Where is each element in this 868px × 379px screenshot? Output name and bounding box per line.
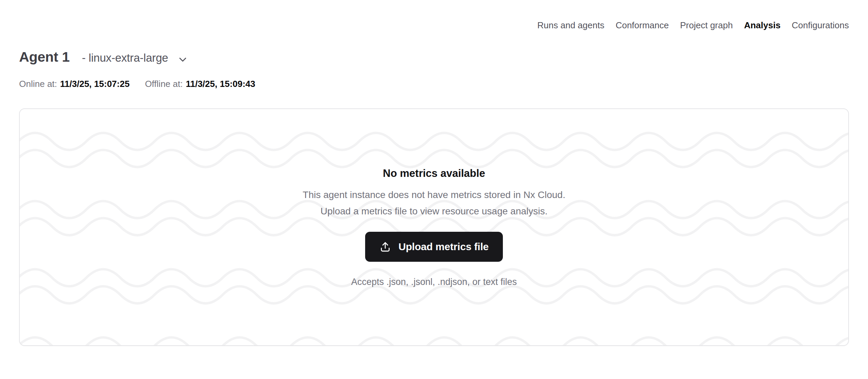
online-at-value: 11/3/25, 15:07:25 — [60, 78, 130, 89]
empty-state-title: No metrics available — [383, 167, 485, 180]
agent-machine-label: - linux-extra-large — [82, 51, 168, 64]
agent-timestamps: Online at: 11/3/25, 15:07:25 Offline at:… — [19, 78, 849, 89]
nav-item-configurations[interactable]: Configurations — [792, 20, 849, 31]
online-at-label: Online at: — [19, 78, 57, 89]
nav-item-project-graph[interactable]: Project graph — [680, 20, 733, 31]
page-title: Agent 1 — [19, 48, 70, 65]
empty-state-description: This agent instance does not have metric… — [303, 187, 565, 219]
metrics-card: No metrics available This agent instance… — [19, 108, 849, 346]
top-nav: Runs and agents Conformance Project grap… — [19, 0, 849, 31]
offline-at: Offline at: 11/3/25, 15:09:43 — [145, 78, 255, 89]
accepted-file-types-hint: Accepts .json, .jsonl, .ndjson, or text … — [351, 276, 517, 288]
chevron-down-icon — [177, 54, 189, 65]
upload-metrics-button[interactable]: Upload metrics file — [365, 232, 503, 262]
nav-item-runs-and-agents[interactable]: Runs and agents — [537, 20, 604, 31]
empty-state-line1: This agent instance does not have metric… — [303, 190, 565, 200]
agent-header: Agent 1 - linux-extra-large — [19, 48, 849, 65]
nav-item-conformance[interactable]: Conformance — [616, 20, 669, 31]
agent-selector-toggle[interactable] — [177, 54, 189, 65]
upload-icon — [379, 241, 391, 253]
agent-analysis-page: Runs and agents Conformance Project grap… — [0, 0, 868, 379]
empty-state-line2: Upload a metrics file to view resource u… — [320, 206, 548, 216]
offline-at-label: Offline at: — [145, 78, 183, 89]
online-at: Online at: 11/3/25, 15:07:25 — [19, 78, 130, 89]
offline-at-value: 11/3/25, 15:09:43 — [186, 78, 255, 89]
nav-item-analysis[interactable]: Analysis — [744, 20, 780, 31]
upload-button-label: Upload metrics file — [399, 241, 489, 253]
empty-state: No metrics available This agent instance… — [20, 109, 848, 345]
